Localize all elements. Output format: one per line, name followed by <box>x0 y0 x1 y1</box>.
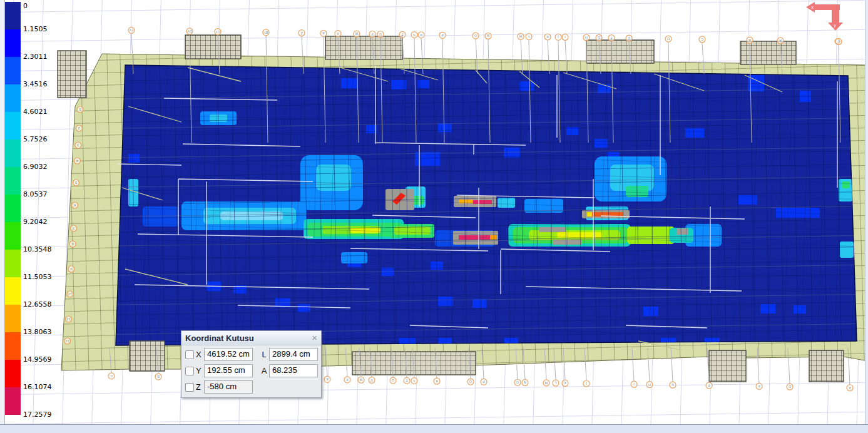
svg-text:K: K <box>546 35 549 39</box>
legend-value-label: 8.0537 <box>23 190 73 198</box>
grid-bubble: F <box>706 382 712 389</box>
grid-bubble: V <box>369 377 375 384</box>
legend-value-label: 9.2042 <box>23 218 73 226</box>
axis-indicator-icon: x y <box>806 2 843 44</box>
svg-text:7: 7 <box>72 227 74 230</box>
grid-bubble: A <box>847 385 853 391</box>
grid-bubble: C <box>108 373 115 379</box>
legend-color-band <box>5 2 21 29</box>
legend-color-band <box>5 387 21 415</box>
grid-bubble: H <box>583 34 590 41</box>
svg-text:S: S <box>413 379 416 383</box>
x-coordinate-field[interactable]: 4619.52 cm <box>204 348 253 361</box>
y-axis-checkbox[interactable] <box>185 367 194 375</box>
svg-text:1: 1 <box>79 108 81 111</box>
svg-text:5: 5 <box>74 181 77 185</box>
svg-text:O: O <box>474 34 477 38</box>
close-icon[interactable]: × <box>312 334 317 342</box>
grid-bubble: B <box>155 374 161 380</box>
svg-text:Z: Z <box>300 31 303 35</box>
z-axis-checkbox[interactable] <box>185 383 194 392</box>
grid-bubble: O <box>514 379 521 385</box>
grid-bubble: Q <box>467 379 474 385</box>
legend-color-band <box>5 29 21 57</box>
svg-text:G: G <box>598 36 600 39</box>
x-axis-checkbox[interactable] <box>185 350 194 359</box>
model-viewport[interactable]: EYDYCYBYZAXWVUTSRPONMLKJIHGFEDCBAYCBAZAX… <box>0 0 868 433</box>
grid-bubble: 1 <box>77 106 83 113</box>
legend-value-label: 0 <box>23 2 73 10</box>
grid-bubble: 4 <box>74 158 80 164</box>
y-coordinate-field[interactable]: 192.55 cm <box>204 364 253 377</box>
svg-text:O: O <box>516 380 519 384</box>
grid-bubble: 11 <box>66 316 72 322</box>
svg-text:K: K <box>564 381 566 385</box>
legend-value-label: 1.1505 <box>23 25 73 33</box>
legend-color-band <box>5 222 21 250</box>
legend-value-label: 4.6021 <box>23 108 73 116</box>
grid-bubble: DY <box>186 28 193 34</box>
svg-text:M: M <box>544 381 548 385</box>
z-coordinate-field[interactable]: -580 cm <box>204 380 253 394</box>
svg-text:11: 11 <box>66 317 71 321</box>
legend-value-label: 2.3011 <box>23 53 73 61</box>
grid-bubble: C <box>699 36 705 43</box>
svg-text:B: B <box>157 375 160 379</box>
svg-text:A: A <box>779 39 782 43</box>
grid-bubble: H <box>646 382 653 388</box>
l-label: L <box>259 350 269 359</box>
dialog-title: Koordinat Kutusu <box>185 334 312 343</box>
svg-text:9: 9 <box>70 267 73 271</box>
z-axis-label: Z <box>196 382 204 392</box>
grid-bubble: 9 <box>68 266 74 272</box>
legend-color-band <box>5 57 21 84</box>
axis-x-label: x <box>811 5 814 10</box>
grid-bubble: 6 <box>72 202 78 208</box>
grid-bubble: F <box>608 35 615 41</box>
legend-color-band <box>5 332 21 360</box>
legend-value-label: 12.6558 <box>23 300 73 308</box>
legend-color-band <box>5 112 21 140</box>
grid-bubble: R <box>418 32 424 38</box>
window-left-border <box>0 0 5 433</box>
grid-bubble: P <box>439 32 446 38</box>
y-axis-label: Y <box>196 366 204 375</box>
l-length-field[interactable]: 2899.4 cm <box>269 348 318 361</box>
svg-text:3: 3 <box>77 143 79 147</box>
legend-color-band <box>5 250 21 277</box>
grid-bubble: A <box>320 30 327 36</box>
svg-text:A: A <box>322 31 325 35</box>
svg-text:N: N <box>487 34 489 38</box>
svg-text:B: B <box>748 38 751 42</box>
grid-bubble: U <box>377 31 384 38</box>
svg-text:E: E <box>628 36 630 40</box>
grid-bubble: S <box>411 378 417 384</box>
legend-value-label: 3.4516 <box>23 80 73 88</box>
svg-text:EY: EY <box>129 28 133 32</box>
svg-text:C: C <box>701 38 703 41</box>
dialog-titlebar[interactable]: Koordinat Kutusu × <box>181 331 321 345</box>
grid-bubble: 2 <box>76 125 82 131</box>
legend-value-label: 14.9569 <box>23 355 73 364</box>
svg-text:X: X <box>337 32 339 36</box>
legend-color-band <box>5 277 21 305</box>
legend-value-label: 17.2579 <box>23 410 73 419</box>
grid-bubble: J <box>555 34 561 40</box>
grid-bubble: W <box>354 31 360 37</box>
grid-bubble: EY <box>128 27 135 33</box>
grid-bubble: L <box>553 380 559 386</box>
svg-text:H: H <box>585 36 588 39</box>
svg-text:W: W <box>359 378 363 382</box>
grid-bubble: T <box>399 31 406 38</box>
legend-value-label: 16.1074 <box>23 383 73 391</box>
grid-bubble: R <box>434 378 440 384</box>
svg-text:J: J <box>558 34 559 39</box>
window-right-border <box>865 0 868 433</box>
legend-color-band <box>5 305 21 332</box>
svg-text:V: V <box>371 33 374 36</box>
a-angle-field[interactable]: 68.235 <box>269 364 318 377</box>
grid-bubble: Z <box>299 30 305 36</box>
grid-bubble: V <box>369 31 375 38</box>
coordinate-box-dialog[interactable]: Koordinat Kutusu × X 4619.52 cm L 2899.4… <box>181 330 322 398</box>
grid-bubble: 5 <box>73 180 79 186</box>
